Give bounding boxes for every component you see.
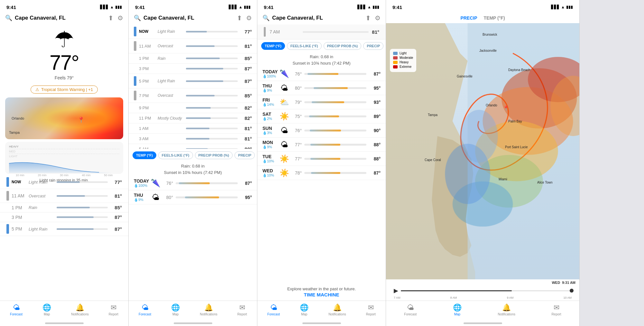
timeline-scrubber-4[interactable]	[570, 289, 574, 293]
rain-level-med: MED	[9, 149, 119, 154]
td-fri-3[interactable]: FRI 💧14% ⛅ 79° 93°	[257, 95, 386, 109]
play-button-4[interactable]: ▶	[394, 287, 398, 294]
map-tab-icon-2: 🌐	[171, 303, 180, 312]
tab-map-2[interactable]: 🌐 Map	[171, 303, 180, 316]
td-bar-thu-2	[176, 196, 238, 198]
hd-bar-5pm	[186, 80, 238, 82]
top-temp-3: 81°	[372, 29, 379, 35]
pill-temp-3[interactable]: TEMP (°F)	[261, 42, 285, 50]
tropical-storm-alert-1[interactable]: ⚠ Tropical Storm Warning | +1	[31, 86, 98, 94]
td-sat-3[interactable]: SAT 💧2% ☀️ 75° 89°	[257, 109, 386, 123]
hourly-time-5pm: 5 PM	[12, 226, 26, 231]
tab-report-2[interactable]: ✉ Report	[237, 303, 247, 316]
td-bar-wed-3	[304, 172, 366, 174]
td-thu-2[interactable]: THU 💧9% 🌤 80° 95°	[129, 190, 257, 204]
td-mon-3[interactable]: MON 💧9% 🌤 77° 88°	[257, 138, 386, 152]
td-thu-3[interactable]: THU 💧9% 🌤 80° 95°	[257, 81, 386, 95]
tab-map-1[interactable]: 🌐 Map	[42, 303, 51, 316]
tab-report-3[interactable]: ✉ Report	[366, 303, 376, 316]
notif-tab-label-3: Notifications	[328, 312, 346, 316]
hd-item-9pm[interactable]: 9 PM 82°	[129, 103, 257, 113]
tab-forecast-2[interactable]: 🌤 Forecast	[139, 303, 151, 316]
hourly-item-3pm[interactable]: 3 PM 87°	[0, 213, 128, 222]
hd-item-11pm[interactable]: 11 PM Mostly Cloudy 82°	[129, 113, 257, 123]
hd-time-3pm: 3 PM	[139, 66, 155, 71]
hourly-item-1pm[interactable]: 1 PM Rain 85°	[0, 203, 128, 213]
map-tab-precip[interactable]: PRECIP	[460, 15, 477, 21]
hd-bar-7pm	[186, 95, 238, 96]
td-wed-3[interactable]: WED 💧10% ☀️ 78° 87°	[257, 166, 386, 180]
hourly-item-now[interactable]: NOW Light Rain 77°	[0, 175, 128, 189]
tab-forecast-4[interactable]: 🌤 Forecast	[404, 303, 417, 316]
hd-desc-1pm: Rain	[158, 56, 183, 61]
report-tab-label-1: Report	[109, 312, 118, 316]
hd-item-11am[interactable]: 11 AM Overcast 81°	[129, 39, 257, 53]
share-icon-2[interactable]: ⬆	[237, 14, 242, 22]
td-today-2[interactable]: TODAY 💧100% 🌂 76° 87°	[129, 176, 257, 190]
time-machine-link-3[interactable]: TIME MACHINE	[261, 292, 382, 297]
tab-notif-3[interactable]: 🔔 Notifications	[328, 303, 346, 316]
hd-item-7pm[interactable]: 7 PM Overcast 85°	[129, 88, 257, 103]
td-tue-3[interactable]: TUE 💧10% ☀️ 77° 88°	[257, 152, 386, 166]
td-today-3[interactable]: TODAY 💧100% 🌂 76° 87°	[257, 67, 386, 81]
ten-day-list-2: TODAY 💧100% 🌂 76° 87° THU 💧9% 🌤 80° 95°	[129, 176, 257, 301]
hourly-item-5pm[interactable]: 5 PM Light Rain 87°	[0, 222, 128, 236]
td-hi-thu-3: 95°	[369, 86, 381, 91]
tab-notif-2[interactable]: 🔔 Notifications	[200, 303, 217, 316]
td-lo-today-3: 76°	[290, 71, 302, 77]
map-tab-temp[interactable]: TEMP (°F)	[484, 15, 505, 21]
timeline-9am: 9 AM	[507, 296, 514, 299]
tab-forecast-3[interactable]: 🌤 Forecast	[267, 303, 280, 316]
hd-item-1pm[interactable]: 1 PM Rain 85°	[129, 53, 257, 64]
tab-map-4[interactable]: 🌐 Map	[453, 303, 462, 316]
settings-icon-2[interactable]: ⚙	[246, 14, 252, 22]
hd-item-now[interactable]: NOW Light Rain 77°	[129, 24, 257, 39]
hd-item-5pm[interactable]: 5 PM Light Rain 87°	[129, 74, 257, 88]
hd-item-1am[interactable]: 1 AM 81°	[129, 123, 257, 134]
tab-report-1[interactable]: ✉ Report	[109, 303, 118, 316]
timeline-current-label-4: WED 9:31 AM	[390, 281, 575, 285]
share-icon-3[interactable]: ⬆	[365, 14, 371, 22]
tab-notif-1[interactable]: 🔔 Notifications	[71, 303, 88, 316]
map-full-4[interactable]: Light Moderate Heavy Extreme Brunswick J…	[386, 23, 579, 279]
td-sun-3[interactable]: SUN 💧3% 🌤 76° 90°	[257, 123, 386, 138]
tab-notif-4[interactable]: 🔔 Notifications	[498, 303, 515, 316]
hourly-item-11am[interactable]: 11 AM Overcast 81°	[0, 189, 128, 203]
pill-precip-3[interactable]: PRECIP PROB (%)	[324, 42, 362, 50]
settings-icon-1[interactable]: ⚙	[117, 14, 123, 22]
map-tab-label-2: Map	[172, 312, 179, 316]
pill-precip2-2[interactable]: PRECIP	[235, 151, 255, 159]
city-alicetown: Alice Town	[537, 181, 553, 184]
td-day-col-sun-3: SUN 💧3%	[262, 126, 279, 135]
hd-item-5am[interactable]: 5 AM 80°	[129, 144, 257, 149]
search-icon-3[interactable]: 🔍	[262, 14, 270, 22]
hd-temp-3am: 81°	[240, 136, 252, 141]
td-hi-tue-3: 88°	[369, 156, 381, 161]
share-icon-1[interactable]: ⬆	[108, 14, 114, 22]
search-icon-1[interactable]: 🔍	[5, 14, 12, 22]
td-icon-sun-3: 🌤	[279, 126, 290, 135]
legend-color-light	[393, 52, 398, 55]
phone-1-forecast: 9:41 ▋▋▋ ▲ ▮▮▮ 🔍 Cape Canaveral, FL ⬆ ⚙ …	[0, 0, 129, 326]
hd-item-3am[interactable]: 3 AM 81°	[129, 134, 257, 144]
pill-feels-3[interactable]: FEELS-LIKE (°F)	[287, 42, 322, 50]
legend-label-extreme: Extreme	[400, 65, 411, 68]
hd-temp-5am: 80°	[240, 146, 252, 149]
pill-precip-2[interactable]: PRECIP PROB (%)	[195, 151, 233, 159]
hd-time-3am: 3 AM	[139, 136, 155, 141]
tab-map-3[interactable]: 🌐 Map	[300, 303, 308, 316]
pill-feels-2[interactable]: FEELS-LIKE (°F)	[158, 151, 193, 159]
tab-forecast-1[interactable]: 🌤 Forecast	[10, 303, 23, 316]
search-icon-2[interactable]: 🔍	[134, 14, 141, 22]
hd-item-3pm[interactable]: 3 PM 87°	[129, 64, 257, 74]
map-tab-icon-4: 🌐	[453, 303, 462, 312]
td-bar-fill-thu-3	[314, 87, 348, 89]
timeline-container-4: WED 9:31 AM ▶ 7 AM 8 AM 9 AM 10 AM	[386, 279, 579, 301]
mini-map-1[interactable]: Orlando Tampa 📍	[5, 97, 123, 139]
status-icons-2: ▋▋▋ ▲ ▮▮▮	[229, 5, 251, 9]
tab-report-4[interactable]: ✉ Report	[552, 303, 561, 316]
timeline-progress-bar-4[interactable]	[401, 290, 572, 291]
settings-icon-3[interactable]: ⚙	[375, 14, 381, 22]
pill-precip2-3[interactable]: PRECIP	[363, 42, 383, 50]
pill-temp-2[interactable]: TEMP (°F)	[133, 151, 156, 159]
